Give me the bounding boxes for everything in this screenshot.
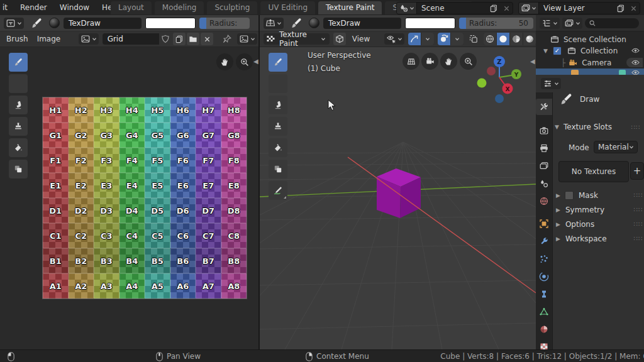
editor-type-button-properties[interactable] <box>541 78 561 89</box>
panel-grip[interactable]: ∷∷ <box>633 235 643 242</box>
panel-grip[interactable]: ∷∷ <box>633 192 643 199</box>
clone-tool-button[interactable] <box>9 117 28 136</box>
outliner-search-input[interactable] <box>585 18 639 28</box>
no-textures-button[interactable]: No Textures <box>558 161 629 182</box>
mask-tool-button[interactable] <box>269 160 287 178</box>
panel-header-workspace[interactable]: ▶Workspace∷∷ <box>552 231 644 246</box>
shading-rendered-button[interactable] <box>523 33 536 45</box>
panel-grip[interactable]: ∷∷ <box>633 206 643 213</box>
scene-browse-button[interactable] <box>397 3 417 14</box>
fill-tool-button[interactable] <box>269 138 287 157</box>
hide-toggle[interactable] <box>631 58 640 67</box>
properties-tab-world[interactable] <box>536 193 552 209</box>
brush-menu[interactable]: Brush <box>4 35 31 43</box>
toggle-perspective-button[interactable] <box>402 53 419 70</box>
camera-view-button[interactable] <box>421 53 438 70</box>
open-image-button[interactable] <box>187 33 199 45</box>
sidebar-collapse-arrow[interactable]: ◀ <box>530 58 535 65</box>
visibility-dropdown[interactable] <box>384 33 404 45</box>
workspace-tab-uv-editing[interactable]: UV Editing <box>260 1 315 14</box>
navigation-axis-gizmo[interactable]: Z Y X <box>474 53 530 109</box>
radius-slider[interactable]: Radius: 50 <box>459 18 533 29</box>
properties-tab-texture[interactable] <box>536 339 552 349</box>
remove-view-layer-button[interactable] <box>627 3 640 14</box>
view-layer-browse-button[interactable] <box>519 3 539 14</box>
properties-tab-material[interactable] <box>536 321 552 337</box>
snap-toggle[interactable] <box>408 33 421 45</box>
snap-dropdown[interactable] <box>421 33 434 45</box>
outliner-row-scene-collection[interactable]: Scene Collection <box>536 34 644 45</box>
orientation-cube-button[interactable] <box>333 33 346 45</box>
radius-slider[interactable]: Radius: <box>199 18 250 29</box>
brush-preview-sphere[interactable] <box>309 18 319 28</box>
soften-tool-button[interactable] <box>9 74 28 93</box>
shading-material-button[interactable] <box>510 33 523 45</box>
workspace-tab-sculpting[interactable]: Sculpting <box>207 1 257 14</box>
panel-grip[interactable]: ∷∷ <box>633 221 643 228</box>
view-menu[interactable]: View <box>350 35 372 43</box>
workspace-tab-modeling[interactable]: Modeling <box>155 1 204 14</box>
properties-tab-physics[interactable] <box>536 268 552 285</box>
texture-slots-panel-header[interactable]: ▼ Texture Slots ∷∷ <box>555 123 640 131</box>
properties-tab-view-layer[interactable] <box>536 158 552 174</box>
panel-header-options[interactable]: ▶Options∷∷ <box>552 217 644 231</box>
display-channels-button[interactable] <box>237 33 257 45</box>
add-texture-slot-button[interactable]: + <box>630 162 644 180</box>
pan-gizmo-button[interactable] <box>216 53 233 70</box>
soften-tool-button[interactable] <box>269 74 287 93</box>
menu-window[interactable]: Window <box>60 3 89 12</box>
grid-texture[interactable]: H1H2H3H4H5H6H7H8G1G2G3G4G5G6G7G8F1F2F3F4… <box>43 97 247 299</box>
new-image-button[interactable] <box>173 33 186 45</box>
panel-expand-triangle[interactable]: ▶ <box>556 221 560 228</box>
mode-dropdown[interactable]: Material <box>594 141 638 153</box>
mode-selector[interactable]: Texture Paint <box>264 33 330 45</box>
brush-preview-sphere[interactable] <box>49 18 60 28</box>
editor-type-button-outliner[interactable] <box>540 18 560 29</box>
falloff-toggle[interactable] <box>438 33 450 45</box>
outliner-row-collection[interactable]: ▼ ✓ Collection <box>536 45 644 56</box>
panel-expand-triangle[interactable]: ▶ <box>556 207 560 213</box>
collection-checkbox[interactable]: ✓ <box>553 47 562 55</box>
workspace-tab-texture-paint[interactable]: Texture Paint <box>318 1 382 14</box>
falloff-dropdown[interactable] <box>451 33 464 45</box>
workspace-tab-layout[interactable]: Layout <box>111 1 152 14</box>
hide-toggle[interactable] <box>631 46 640 55</box>
editor-type-button-image[interactable] <box>4 18 24 29</box>
properties-tab-object[interactable] <box>536 216 552 232</box>
properties-tab-data[interactable] <box>536 304 552 320</box>
properties-tab-modifiers[interactable] <box>536 233 552 250</box>
new-view-layer-button[interactable] <box>614 3 627 14</box>
smear-tool-button[interactable] <box>269 96 287 114</box>
editor-type-button-3d[interactable] <box>264 18 284 29</box>
brush-color-swatch[interactable] <box>145 18 196 29</box>
menu-render[interactable]: Render <box>20 3 47 12</box>
properties-tab-constraints[interactable] <box>536 286 552 302</box>
outliner-display-mode[interactable] <box>562 18 582 29</box>
expand-triangle[interactable]: ▼ <box>543 48 548 54</box>
unlink-scene-button[interactable] <box>500 3 513 14</box>
properties-tab-particles[interactable] <box>536 251 552 267</box>
image-name-field[interactable]: Grid <box>103 33 159 45</box>
properties-tab-tool[interactable] <box>536 99 552 115</box>
properties-tab-scene[interactable] <box>536 175 552 192</box>
zoom-gizmo-button[interactable] <box>236 53 253 70</box>
scene-name[interactable]: Scene <box>417 4 487 13</box>
panel-header-symmetry[interactable]: ▶Symmetry∷∷ <box>552 202 644 217</box>
clone-tool-button[interactable] <box>269 117 287 136</box>
view-layer-name[interactable]: View Layer <box>539 4 614 13</box>
panel-grip[interactable]: ∷∷ <box>631 124 640 131</box>
image-browse-button[interactable] <box>79 33 99 45</box>
panel-expand-triangle[interactable]: ▼ <box>555 124 559 130</box>
draw-tool-button[interactable] <box>9 53 28 72</box>
pan-gizmo-button[interactable] <box>440 53 457 70</box>
mask-tool-button[interactable] <box>9 160 28 178</box>
image-menu[interactable]: Image <box>35 35 64 43</box>
fill-tool-button[interactable] <box>9 138 28 157</box>
fake-user-button[interactable] <box>159 33 172 45</box>
menu-edit-partial[interactable]: it <box>3 3 8 12</box>
smear-tool-button[interactable] <box>9 96 28 114</box>
shading-wireframe-button[interactable] <box>484 33 496 45</box>
shading-solid-button[interactable] <box>497 33 509 45</box>
properties-tab-output[interactable] <box>536 140 552 156</box>
panel-expand-triangle[interactable]: ▶ <box>556 192 560 199</box>
